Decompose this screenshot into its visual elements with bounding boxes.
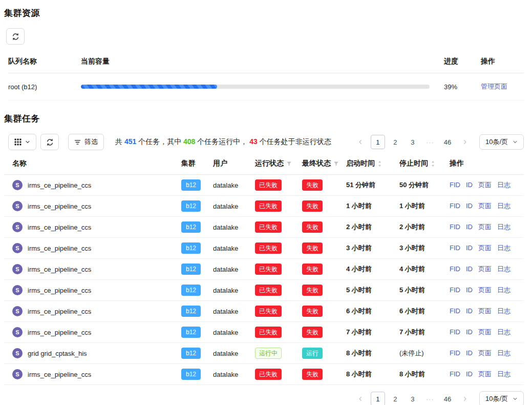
filter-funnel-icon[interactable] bbox=[333, 161, 339, 167]
column-current-capacity: 当前容量 bbox=[81, 57, 431, 66]
filter-icon bbox=[74, 139, 81, 146]
row-actions: FIDID页面日志 bbox=[445, 196, 524, 217]
user-name: datalake bbox=[209, 238, 251, 259]
page-button-3[interactable]: 3 bbox=[406, 392, 420, 405]
next-page-button[interactable] bbox=[458, 392, 472, 405]
avatar: S bbox=[12, 285, 23, 295]
action-link-log[interactable]: 日志 bbox=[497, 286, 510, 294]
action-link-fid[interactable]: FID bbox=[450, 307, 460, 315]
action-link-fid[interactable]: FID bbox=[450, 370, 460, 378]
resources-table-header: 队列名称 当前容量 进度 操作 bbox=[8, 53, 524, 73]
action-link-id[interactable]: ID bbox=[466, 265, 473, 273]
run-status-badge: 已失败 bbox=[255, 285, 282, 296]
action-link-id[interactable]: ID bbox=[466, 307, 473, 315]
tasks-refresh-button[interactable] bbox=[40, 134, 59, 150]
user-name: datalake bbox=[209, 217, 251, 238]
avatar: S bbox=[12, 348, 23, 358]
action-link-id[interactable]: ID bbox=[466, 349, 473, 357]
action-link-page[interactable]: 页面 bbox=[478, 202, 492, 210]
action-link-fid[interactable]: FID bbox=[450, 181, 460, 189]
action-link-id[interactable]: ID bbox=[466, 286, 473, 294]
action-link-fid[interactable]: FID bbox=[450, 202, 460, 210]
action-link-page[interactable]: 页面 bbox=[478, 286, 492, 294]
page-size-select[interactable]: 10条/页 bbox=[479, 134, 524, 150]
action-link-fid[interactable]: FID bbox=[450, 328, 460, 336]
page-button-2[interactable]: 2 bbox=[388, 392, 402, 405]
chevron-right-icon bbox=[462, 139, 467, 145]
action-link-page[interactable]: 页面 bbox=[478, 328, 492, 336]
page-button-46[interactable]: 46 bbox=[440, 135, 455, 149]
column-cluster: 集群 bbox=[177, 154, 209, 175]
action-link-log[interactable]: 日志 bbox=[497, 349, 510, 357]
action-link-log[interactable]: 日志 bbox=[497, 223, 510, 231]
action-link-page[interactable]: 页面 bbox=[478, 370, 492, 378]
run-status-badge: 已失败 bbox=[255, 369, 282, 380]
page-button-2[interactable]: 2 bbox=[388, 135, 402, 149]
prev-page-button[interactable] bbox=[353, 135, 368, 149]
prev-page-button[interactable] bbox=[353, 392, 368, 405]
action-link-log[interactable]: 日志 bbox=[497, 370, 510, 378]
sort-icon[interactable] bbox=[377, 160, 382, 167]
action-link-fid[interactable]: FID bbox=[450, 223, 460, 231]
page-ellipsis[interactable]: ··· bbox=[423, 392, 437, 405]
page-button-3[interactable]: 3 bbox=[406, 135, 420, 149]
page-button-46[interactable]: 46 bbox=[440, 392, 455, 405]
avatar: S bbox=[12, 369, 23, 379]
action-link-page[interactable]: 页面 bbox=[478, 307, 492, 315]
action-link-fid[interactable]: FID bbox=[450, 286, 460, 294]
action-link-page[interactable]: 页面 bbox=[478, 223, 492, 231]
action-link-page[interactable]: 页面 bbox=[478, 244, 492, 252]
stop-time: 6 小时前 bbox=[395, 301, 445, 322]
column-start-time-label: 启动时间 bbox=[346, 159, 375, 168]
start-time: 3 小时前 bbox=[342, 238, 395, 259]
sort-icon[interactable] bbox=[431, 160, 435, 167]
action-link-id[interactable]: ID bbox=[466, 328, 473, 336]
action-link-id[interactable]: ID bbox=[466, 244, 473, 252]
action-link-fid[interactable]: FID bbox=[450, 349, 460, 357]
avatar: S bbox=[12, 243, 23, 253]
table-row: S irms_ce_pipeline_ccs b12 datalake 已失败 … bbox=[4, 238, 524, 259]
manage-page-link[interactable]: 管理页面 bbox=[481, 83, 507, 90]
non-running-count: 43 bbox=[249, 137, 258, 146]
user-name: datalake bbox=[209, 322, 251, 343]
action-link-log[interactable]: 日志 bbox=[497, 328, 510, 336]
view-mode-button[interactable] bbox=[8, 134, 36, 150]
run-status-badge: 已失败 bbox=[255, 306, 282, 317]
resources-refresh-button[interactable] bbox=[6, 28, 25, 45]
stop-time: 3 小时前 bbox=[395, 238, 445, 259]
page-button-1[interactable]: 1 bbox=[371, 392, 385, 405]
tasks-toolbar: 筛选 共 451 个任务，其中 408 个任务运行中， 43 个任务处于非运行状… bbox=[8, 134, 524, 150]
cluster-badge: b12 bbox=[181, 179, 201, 191]
start-time: 51 分钟前 bbox=[342, 175, 395, 196]
action-link-id[interactable]: ID bbox=[466, 202, 473, 210]
action-link-fid[interactable]: FID bbox=[450, 265, 460, 273]
action-link-log[interactable]: 日志 bbox=[497, 307, 510, 315]
action-link-id[interactable]: ID bbox=[466, 223, 473, 231]
column-stop-time[interactable]: 停止时间 bbox=[395, 154, 445, 175]
column-final-status-label: 最终状态 bbox=[302, 159, 331, 168]
page-size-select[interactable]: 10条/页 bbox=[479, 391, 524, 405]
final-status-badge: 失败 bbox=[302, 179, 323, 191]
action-link-log[interactable]: 日志 bbox=[497, 202, 510, 210]
queue-row: root (b12) 39% 管理页面 bbox=[8, 73, 524, 100]
page-ellipsis[interactable]: ··· bbox=[423, 135, 437, 149]
action-link-page[interactable]: 页面 bbox=[478, 265, 492, 273]
row-actions: FIDID页面日志 bbox=[445, 364, 524, 385]
action-link-log[interactable]: 日志 bbox=[497, 244, 510, 252]
filter-button[interactable]: 筛选 bbox=[68, 134, 104, 150]
action-link-id[interactable]: ID bbox=[466, 181, 473, 189]
next-page-button[interactable] bbox=[458, 135, 472, 149]
action-link-page[interactable]: 页面 bbox=[478, 181, 492, 189]
action-link-fid[interactable]: FID bbox=[450, 244, 460, 252]
start-time: 8 小时前 bbox=[342, 364, 395, 385]
column-start-time[interactable]: 启动时间 bbox=[342, 154, 395, 175]
tasks-summary: 共 451 个任务，其中 408 个任务运行中， 43 个任务处于非运行状态 bbox=[115, 137, 331, 147]
action-link-log[interactable]: 日志 bbox=[497, 181, 510, 189]
page-button-1[interactable]: 1 bbox=[371, 135, 385, 149]
action-link-log[interactable]: 日志 bbox=[497, 265, 510, 273]
filter-funnel-icon[interactable] bbox=[286, 161, 292, 167]
action-link-page[interactable]: 页面 bbox=[478, 349, 492, 357]
action-link-id[interactable]: ID bbox=[466, 370, 473, 378]
row-actions: FIDID页面日志 bbox=[445, 175, 524, 196]
final-status-badge: 失败 bbox=[302, 285, 323, 296]
